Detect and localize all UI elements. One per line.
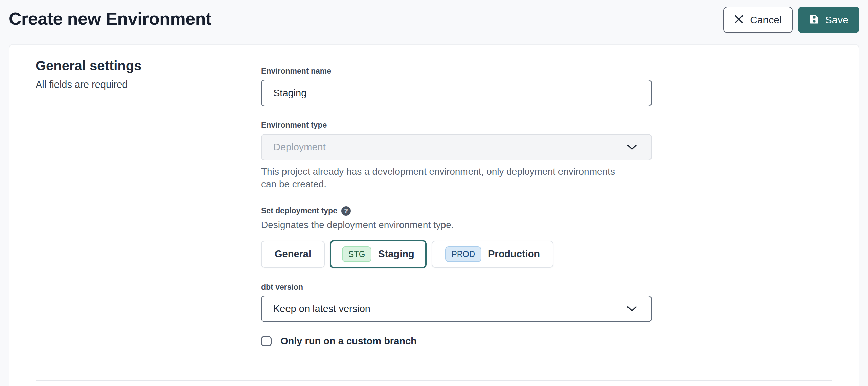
custom-branch-field: Only run on a custom branch — [261, 336, 652, 347]
environment-name-input[interactable] — [261, 80, 652, 106]
dbt-version-field: dbt version Keep on latest version — [261, 283, 652, 322]
deployment-type-label: Set deployment type ? — [261, 206, 652, 216]
deployment-type-general-button[interactable]: General — [261, 241, 325, 268]
dbt-version-label: dbt version — [261, 283, 652, 292]
deployment-type-staging-label: Staging — [378, 248, 414, 260]
custom-branch-checkbox[interactable] — [261, 336, 272, 346]
save-button-label: Save — [825, 15, 848, 25]
deployment-type-options: General STG Staging PROD Production — [261, 240, 652, 268]
section-divider — [36, 380, 832, 381]
environment-name-field: Environment name — [261, 67, 652, 106]
card-columns: General settings All fields are required… — [36, 57, 832, 347]
save-icon — [809, 14, 819, 26]
section-title: General settings — [36, 57, 261, 74]
settings-card: General settings All fields are required… — [9, 44, 859, 386]
environment-type-field: Environment type Deployment This project… — [261, 121, 652, 191]
cancel-button-label: Cancel — [750, 15, 781, 25]
save-button[interactable]: Save — [798, 7, 859, 33]
chevron-down-icon — [627, 303, 637, 314]
custom-branch-label[interactable]: Only run on a custom branch — [280, 336, 417, 347]
stg-badge: STG — [342, 246, 371, 262]
environment-type-helper: This project already has a development e… — [261, 166, 632, 191]
settings-form: Environment name Environment type Deploy… — [261, 57, 652, 347]
deployment-type-staging-button[interactable]: STG Staging — [330, 240, 427, 268]
environment-type-select[interactable]: Deployment — [261, 134, 652, 160]
section-intro: General settings All fields are required — [36, 57, 261, 347]
cancel-button[interactable]: Cancel — [723, 7, 792, 33]
deployment-type-field: Set deployment type ? Designates the dep… — [261, 206, 652, 268]
header-actions: Cancel Save — [723, 7, 859, 33]
deployment-type-production-button[interactable]: PROD Production — [432, 241, 553, 268]
deployment-type-description: Designates the deployment environment ty… — [261, 220, 652, 231]
environment-type-value: Deployment — [273, 142, 326, 153]
dbt-version-select[interactable]: Keep on latest version — [261, 296, 652, 322]
section-subtitle: All fields are required — [36, 79, 261, 90]
chevron-down-icon — [627, 142, 637, 153]
help-icon[interactable]: ? — [341, 206, 351, 216]
deployment-type-general-label: General — [275, 248, 311, 260]
close-icon — [734, 14, 744, 26]
deployment-type-production-label: Production — [488, 248, 540, 260]
environment-name-label: Environment name — [261, 67, 652, 76]
environment-type-label: Environment type — [261, 121, 652, 130]
page-title: Create new Environment — [9, 9, 211, 29]
prod-badge: PROD — [445, 246, 481, 262]
dbt-version-value: Keep on latest version — [273, 303, 370, 314]
page-header: Create new Environment Cancel Save — [0, 0, 868, 44]
deployment-type-label-text: Set deployment type — [261, 206, 337, 215]
